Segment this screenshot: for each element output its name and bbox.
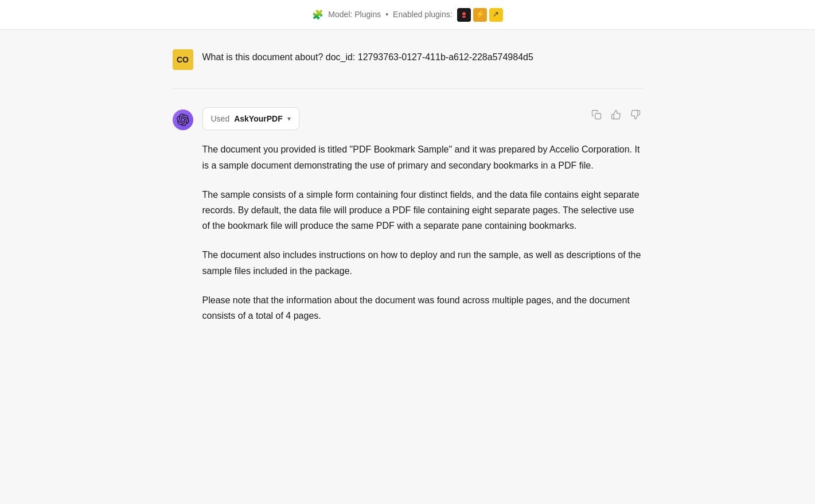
user-message: CO What is this document about? doc_id: … <box>173 30 643 89</box>
top-bar: 🧩 Model: Plugins • Enabled plugins: ⚡ ↗ <box>0 0 815 30</box>
chevron-down-icon: ▾ <box>287 114 291 124</box>
thumbup-button[interactable] <box>609 107 623 122</box>
plugin-used-badge[interactable]: Used AskYourPDF ▾ <box>202 107 299 130</box>
dot-separator: • <box>385 8 388 21</box>
plugin-used-prefix: Used <box>211 112 230 125</box>
user-avatar: CO <box>173 49 193 70</box>
action-buttons <box>589 107 643 122</box>
svg-rect-1 <box>462 16 466 18</box>
response-paragraph-4: Please note that the information about t… <box>202 292 643 323</box>
enabled-label: Enabled plugins: <box>393 8 453 21</box>
model-label: Model: Plugins <box>328 8 381 21</box>
main-content: CO What is this document about? doc_id: … <box>150 30 666 342</box>
enabled-plugins: ⚡ ↗ <box>457 8 503 22</box>
plugin-badge-3[interactable]: ↗ <box>489 8 503 22</box>
assistant-message: Used AskYourPDF ▾ The document you provi… <box>173 89 643 342</box>
plugin-used-name: AskYourPDF <box>234 112 283 125</box>
assistant-avatar <box>173 110 193 130</box>
svg-rect-2 <box>595 114 600 119</box>
plugin-badge-1[interactable] <box>457 8 471 22</box>
svg-point-0 <box>462 12 466 15</box>
response-paragraph-2: The sample consists of a simple form con… <box>202 187 643 234</box>
user-message-text: What is this document about? doc_id: 127… <box>202 48 533 64</box>
response-paragraph-3: The document also includes instructions … <box>202 247 643 278</box>
copy-button[interactable] <box>589 107 604 122</box>
response-text: The document you provided is titled "PDF… <box>202 142 643 323</box>
top-bar-content: 🧩 Model: Plugins • Enabled plugins: ⚡ ↗ <box>312 7 502 22</box>
puzzle-icon: 🧩 <box>312 7 323 22</box>
assistant-content: Used AskYourPDF ▾ The document you provi… <box>202 107 643 323</box>
plugin-badge-2[interactable]: ⚡ <box>473 8 487 22</box>
response-paragraph-1: The document you provided is titled "PDF… <box>202 142 643 173</box>
thumbdown-button[interactable] <box>628 107 643 122</box>
avatar-initials: CO <box>177 53 189 66</box>
